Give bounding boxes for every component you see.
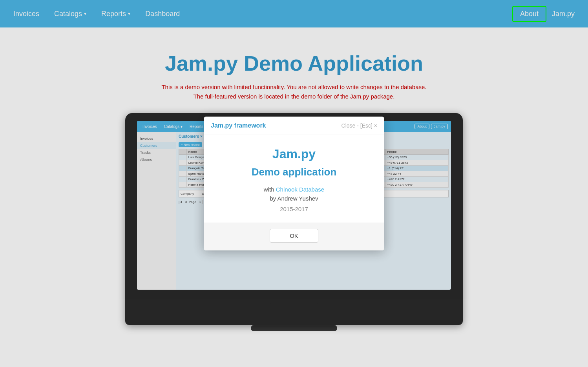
- modal-ok-button[interactable]: OK: [270, 229, 318, 243]
- modal-overlay: Jam.py framework Close - [Esc] × Jam.py …: [0, 0, 588, 367]
- modal-dialog: Jam.py framework Close - [Esc] × Jam.py …: [204, 117, 384, 250]
- modal-close-button[interactable]: Close - [Esc] ×: [341, 122, 377, 129]
- modal-footer: OK: [204, 223, 384, 250]
- modal-year: 2015-2017: [212, 206, 376, 212]
- modal-with-line: with Chinook Database: [212, 186, 376, 193]
- modal-db-link[interactable]: Chinook Database: [276, 186, 324, 193]
- modal-by-line: by Andrew Yushev: [212, 195, 376, 202]
- modal-with-prefix: with: [264, 186, 276, 193]
- modal-app-title: Jam.py: [212, 147, 376, 161]
- modal-framework-title: Jam.py framework: [211, 122, 266, 129]
- modal-body: Jam.py Demo application with Chinook Dat…: [204, 135, 384, 223]
- modal-header: Jam.py framework Close - [Esc] ×: [204, 117, 384, 135]
- modal-app-subtitle: Demo application: [212, 166, 376, 178]
